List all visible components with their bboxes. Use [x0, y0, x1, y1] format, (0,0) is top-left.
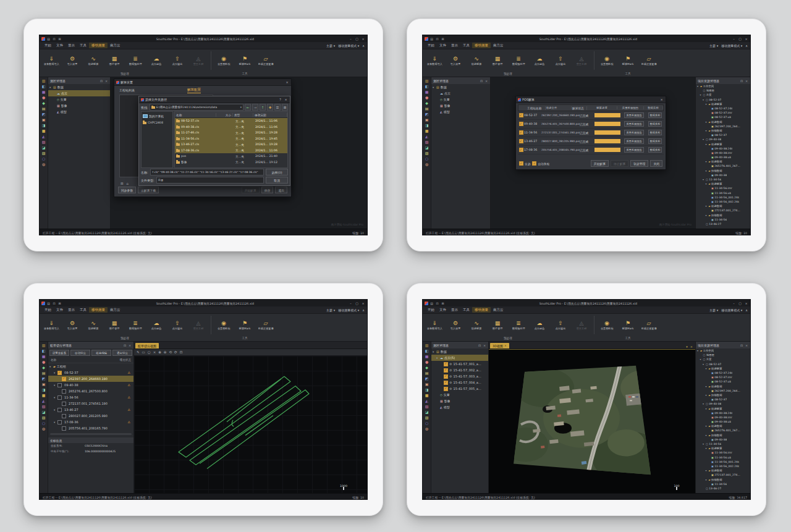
tree-item[interactable]: ▾▣11-34-56_002.24s⚠: [696, 464, 750, 468]
mode-menu[interactable]: 移动测量模式 ▾: [338, 44, 359, 48]
tree-item[interactable]: ▾◭模型⚠: [48, 109, 110, 115]
select-all-checkbox[interactable]: 全选: [519, 161, 530, 166]
tree-item[interactable]: ▾▣11-34-56.ub⚠: [696, 191, 750, 195]
menu-tab[interactable]: 文件: [54, 307, 66, 313]
expand-arrow-icon[interactable]: ▾: [49, 86, 52, 89]
menu-tab[interactable]: 开始: [42, 43, 54, 48]
expand-arrow-icon[interactable]: ▾: [703, 138, 705, 141]
auto-qc-checkbox[interactable]: 自动质检: [532, 161, 549, 166]
ribbon-button[interactable]: ▱机载正射影像: [638, 50, 659, 71]
expand-arrow-icon[interactable]: ▾: [703, 442, 705, 445]
tree-item[interactable]: ▾09-40-38⚠: [48, 382, 133, 388]
pos-footer-button[interactable]: 停止解算: [611, 160, 628, 167]
tree-item[interactable]: ▾205756.401_208165.790⚠: [48, 425, 133, 431]
expand-arrow-icon[interactable]: ▾: [706, 129, 708, 132]
left-tool-icon[interactable]: ◆: [425, 101, 428, 105]
left-tool-icon[interactable]: ▤: [42, 371, 46, 375]
left-tool-icon[interactable]: ▤: [425, 371, 429, 375]
expand-arrow-icon[interactable]: ▾: [700, 93, 703, 96]
close-panel-icon[interactable]: ×: [128, 344, 132, 347]
solver-bottom-button[interactable]: 开始解算: [242, 187, 260, 193]
left-tool-icon[interactable]: ▨: [425, 151, 429, 155]
ribbon-button[interactable]: ◬空三工程: [188, 315, 209, 336]
quality-report-button[interactable]: 质量检测报告: [624, 138, 643, 144]
minimize-button[interactable]: –: [732, 302, 736, 305]
tree-item[interactable]: ▾▣08-52-37.imr⚠: [696, 111, 750, 115]
left-tool-icon[interactable]: ◨: [42, 123, 46, 127]
menu-tab[interactable]: 开始: [42, 307, 54, 313]
menu-tab[interactable]: 工具: [460, 307, 472, 313]
view-tool-icon[interactable]: ⊡: [180, 350, 183, 354]
menu-tab[interactable]: 移动测量: [89, 43, 108, 48]
tree-item[interactable]: ▾▣262397.200_264...⚠: [696, 389, 750, 393]
dialog-close-icon[interactable]: ×: [659, 98, 664, 101]
left-tool-icon[interactable]: ■: [42, 393, 46, 397]
row-checkbox[interactable]: [519, 148, 523, 152]
place-computer[interactable]: 我的计算机: [142, 113, 172, 119]
view-tool-icon[interactable]: ×: [153, 350, 156, 354]
pos-table-row[interactable]: 09-40-38 265276.401_267500.800.pos 已完成 1…: [518, 120, 664, 129]
ribbon-button[interactable]: ∿轨迹解算: [83, 50, 104, 71]
quality-report-button[interactable]: 质量检测报告: [624, 130, 643, 135]
expand-arrow-icon[interactable]: ▾: [706, 160, 708, 163]
item-checkbox[interactable]: [62, 414, 66, 418]
ribbon-button[interactable]: ⇧点云输出: [167, 315, 188, 336]
tree-item[interactable]: ▾17-08-36⚠: [48, 419, 133, 425]
left-tool-icon[interactable]: ◧: [425, 348, 429, 353]
trajectory-canvas[interactable]: 1000: [134, 356, 367, 493]
tree-item[interactable]: ▾▰工作空间⚠: [696, 348, 750, 353]
view-tool-icon[interactable]: ○: [148, 350, 151, 354]
tree-item[interactable]: ▾◭模型⚠: [431, 109, 490, 115]
file-row[interactable]: 影像 文...夹 2024/1... 19:12: [175, 159, 287, 166]
maximize-button[interactable]: ▢: [355, 302, 359, 305]
solver-bottom-button[interactable]: 同步参数: [118, 187, 136, 193]
pos-footer-button[interactable]: 开始解算: [591, 160, 609, 167]
tree-item[interactable]: ▾▰轨迹数据⚠: [696, 159, 750, 164]
left-tool-icon[interactable]: ◆: [42, 101, 45, 105]
expand-arrow-icon[interactable]: ▾: [54, 408, 56, 412]
tree-item[interactable]: ▾▣265276.401_267...⚠: [696, 164, 750, 168]
view-tool-icon[interactable]: ⊕: [158, 350, 161, 354]
expand-arrow-icon[interactable]: ▾: [433, 86, 435, 89]
maximize-button[interactable]: ▢: [738, 37, 742, 41]
ribbon-button[interactable]: ◬空三工程: [571, 50, 592, 71]
left-tool-icon[interactable]: ◍: [425, 162, 428, 166]
collapse-ribbon-icon[interactable]: ∧: [745, 308, 748, 312]
left-tool-icon[interactable]: ▥: [425, 343, 429, 347]
left-tool-icon[interactable]: ▣: [425, 117, 429, 122]
ribbon-button[interactable]: ⇓设备数据导入: [424, 50, 445, 71]
mode-menu[interactable]: 移动测量模式 ▾: [338, 308, 359, 312]
expand-arrow-icon[interactable]: ▾: [706, 182, 708, 185]
tree-item[interactable]: ▾▰扫描数据⚠: [696, 169, 750, 173]
menu-tab[interactable]: 移动测量: [472, 43, 491, 48]
view-menu-icon[interactable]: ▾: [686, 345, 688, 348]
ribbon-button[interactable]: ▦图片管理: [487, 50, 508, 71]
tree-item[interactable]: ▾☁点云⚠: [48, 90, 110, 96]
menu-tab[interactable]: 工具: [460, 43, 472, 48]
menu-tab[interactable]: 文件: [54, 43, 66, 48]
float-panel-icon[interactable]: ⊡: [480, 79, 483, 83]
left-tool-icon[interactable]: ▥: [425, 78, 429, 83]
item-checkbox[interactable]: [62, 426, 66, 431]
expand-arrow-icon[interactable]: ▾: [706, 478, 708, 481]
file-row[interactable]: 11-27-46.cls 文...夹 2024/1... 19:28: [175, 130, 287, 136]
menu-tab[interactable]: 移动测量: [472, 307, 491, 313]
tree-item[interactable]: ▾280027.800_281205.990⚠: [48, 413, 133, 419]
file-nav-icon[interactable]: ↑: [260, 104, 266, 111]
item-checkbox[interactable]: [444, 381, 448, 385]
tree-item[interactable]: ▾▢方案⚠: [696, 93, 750, 97]
import-station-icon[interactable]: ⌂: [127, 182, 129, 185]
menu-tab[interactable]: 文件: [437, 43, 449, 48]
row-checkbox[interactable]: [519, 113, 523, 117]
tree-item[interactable]: ▾▰工程组⚠: [48, 363, 133, 369]
tree-item[interactable]: ▾▰扫描数据⚠: [696, 433, 750, 437]
left-tool-icon[interactable]: ▧: [42, 140, 46, 144]
left-tool-icon[interactable]: ◭: [425, 134, 428, 138]
tree-item[interactable]: ▾▣09-40-38.ub⚠: [696, 420, 750, 424]
ribbon-button[interactable]: ≣数据预处理: [508, 315, 529, 336]
help-icon[interactable]: ?: [278, 98, 282, 101]
dialog-close-icon[interactable]: ×: [284, 98, 288, 101]
data-qc-button[interactable]: 数据质检: [648, 130, 662, 135]
column-header[interactable]: 名称: [175, 113, 216, 117]
mode-menu[interactable]: 移动测量模式 ▾: [721, 308, 742, 312]
